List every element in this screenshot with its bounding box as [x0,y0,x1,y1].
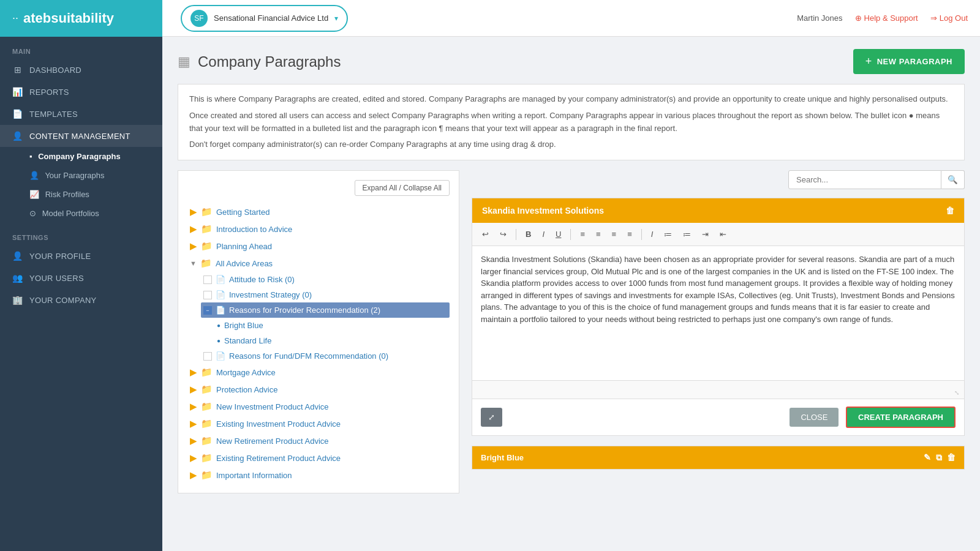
bold-button[interactable]: B [522,228,535,241]
expand-collapse-button[interactable]: Expand All / Collapse All [355,180,450,196]
tree-label: Reasons for Provider Recommendation (2) [229,305,380,315]
tree-item-mortgage[interactable]: ▶ 📁 Mortgage Advice [187,364,450,381]
tree-item-protection[interactable]: ▶ 📁 Protection Advice [187,381,450,398]
tree-checkbox[interactable]: − [203,306,212,315]
mini-card-header: Bright Blue ✎ ⧉ 🗑 [472,446,964,469]
folder-open-icon: 📁 [201,470,213,481]
tree-item-investment-strategy[interactable]: 📄 Investment Strategy (0) [201,287,450,302]
editor-card-skandia: Skandia Investment Solutions 🗑 ↩ ↪ B I U… [472,198,965,436]
outdent-button[interactable]: ⇤ [716,228,730,241]
tree-label: Mortgage Advice [216,368,276,377]
tree-label: Existing Retirement Product Advice [216,454,341,463]
plus-icon: + [865,55,872,68]
dashboard-icon: ⊞ [12,65,23,75]
tree-label: Introduction to Advice [216,225,292,234]
tree-item-standard-life[interactable]: ● Standard Life [214,333,450,348]
tree-item-bright-blue[interactable]: ● Bright Blue [214,318,450,333]
risk-profiles-icon: 📈 [29,190,39,199]
editor-body[interactable]: Skandia Investment Solutions (Skandia) h… [472,246,964,381]
redo-button[interactable]: ↪ [496,228,510,241]
tree-item-new-investment[interactable]: ▶ 📁 New Investment Product Advice [187,398,450,415]
tree-checkbox[interactable] [203,276,212,284]
close-button[interactable]: CLOSE [790,408,839,427]
ordered-list-button[interactable]: ≔ [679,228,695,241]
tree-item-important-info[interactable]: ▶ 📁 Important Information [187,467,450,484]
italic2-button[interactable]: I [647,228,657,241]
tree-children-all-advice: 📄 Attitude to Risk (0) 📄 Investment Stra… [187,272,450,364]
folder-icon: ▶ [190,241,197,252]
italic-button[interactable]: I [538,228,548,241]
tree-item-existing-investment[interactable]: ▶ 📁 Existing Investment Product Advice [187,415,450,432]
align-center-button[interactable]: ≡ [592,228,605,241]
tree-label: All Advice Areas [216,259,273,268]
indent-button[interactable]: ⇥ [698,228,712,241]
company-selector[interactable]: SF Sensational Financial Advice Ltd ▾ [181,5,348,32]
tree-checkbox[interactable] [203,291,212,299]
toolbar-separator [641,229,642,240]
folder-open-icon: 📁 [201,206,213,217]
edit-icon[interactable]: ✎ [924,452,931,463]
main-content: ▦ Company Paragraphs + New Paragraph Thi… [162,37,980,551]
folder-icon: ▶ [190,223,197,234]
trash-icon[interactable]: 🗑 [946,206,954,216]
folder-icon: ▶ [190,384,197,395]
sidebar-item-content-management[interactable]: 👤 Content Management [0,125,162,147]
sidebar-sub-risk-profiles[interactable]: 📈 Risk Profiles [0,185,162,204]
folder-open-icon: 📁 [201,367,213,378]
mini-card-title: Bright Blue [481,453,524,462]
folder-open-icon: 📁 [201,241,213,252]
align-left-button[interactable]: ≡ [576,228,589,241]
tree-item-reasons-fund[interactable]: 📄 Reasons for Fund/DFM Recommendation (0… [201,348,450,364]
tree-item-reasons-provider[interactable]: − 📄 Reasons for Provider Recommendation … [201,302,450,318]
logout-link[interactable]: ⇒ Log Out [930,13,968,23]
search-button[interactable]: 🔍 [941,170,965,189]
copy-icon[interactable]: ⧉ [936,452,942,463]
sidebar-item-your-users[interactable]: 👥 Your Users [0,267,162,289]
sidebar-item-your-profile[interactable]: 👤 Your Profile [0,245,162,267]
tree-item-new-retirement[interactable]: ▶ 📁 New Retirement Product Advice [187,432,450,449]
align-right-button[interactable]: ≡ [608,228,620,241]
folder-icon: ▶ [190,470,197,481]
create-paragraph-button[interactable]: CREATE PARAGRAPH [846,407,956,428]
tree-label: New Investment Product Advice [216,402,329,411]
tree-item-attitude-risk[interactable]: 📄 Attitude to Risk (0) [201,272,450,287]
sidebar-item-reports[interactable]: 📊 Reports [0,81,162,103]
sidebar-item-dashboard[interactable]: ⊞ Dashboard [0,59,162,81]
page-title: Company Paragraphs [198,53,341,70]
tree-label: Protection Advice [216,385,277,394]
undo-button[interactable]: ↩ [478,228,492,241]
search-input[interactable] [788,170,941,189]
tree-item-getting-started[interactable]: ▶ 📁 Getting Started [187,203,450,220]
help-label: Help & Support [864,13,918,23]
editor-toolbar: ↩ ↪ B I U ≡ ≡ ≡ ≡ I ≔ ≔ [472,223,964,246]
underline-button[interactable]: U [552,228,565,241]
tree-item-existing-retirement[interactable]: ▶ 📁 Existing Retirement Product Advice [187,449,450,467]
tree-item-intro-advice[interactable]: ▶ 📁 Introduction to Advice [187,220,450,238]
company-icon: 🏢 [12,295,23,305]
search-icon: 🔍 [948,175,958,184]
new-paragraph-button[interactable]: + New Paragraph [853,49,965,74]
tree-item-all-advice[interactable]: ▼ 📁 All Advice Areas [187,255,450,272]
trash-icon[interactable]: 🗑 [947,452,956,463]
help-icon: ⊕ [855,13,862,23]
tree-item-planning-ahead[interactable]: ▶ 📁 Planning Ahead [187,238,450,255]
sidebar-item-label: Templates [29,110,78,119]
help-support-link[interactable]: ⊕ Help & Support [855,13,918,23]
unordered-list-button[interactable]: ≔ [660,228,676,241]
bullet-icon: ● [217,322,221,329]
folder-icon: ▶ [190,435,197,446]
tree-checkbox[interactable] [203,352,212,361]
content-management-icon: 👤 [12,131,23,141]
folder-icon: ▶ [190,418,197,429]
logo-dots: ·· [12,12,18,24]
expand-button[interactable]: ⤢ [481,408,502,427]
expand-icon: ⤢ [488,413,495,422]
sidebar-sub-your-paragraphs[interactable]: 👤 Your Paragraphs [0,166,162,185]
sidebar-item-your-company[interactable]: 🏢 Your Company [0,289,162,311]
sidebar-sub-model-portfolios[interactable]: ⊙ Model Portfolios [0,204,162,223]
sidebar-sub-company-paragraphs[interactable]: ▪ Company Paragraphs [0,147,162,166]
sidebar-item-templates[interactable]: 📄 Templates [0,103,162,125]
tree-label: Important Information [216,471,292,480]
templates-icon: 📄 [12,109,23,119]
align-justify-button[interactable]: ≡ [624,228,636,241]
